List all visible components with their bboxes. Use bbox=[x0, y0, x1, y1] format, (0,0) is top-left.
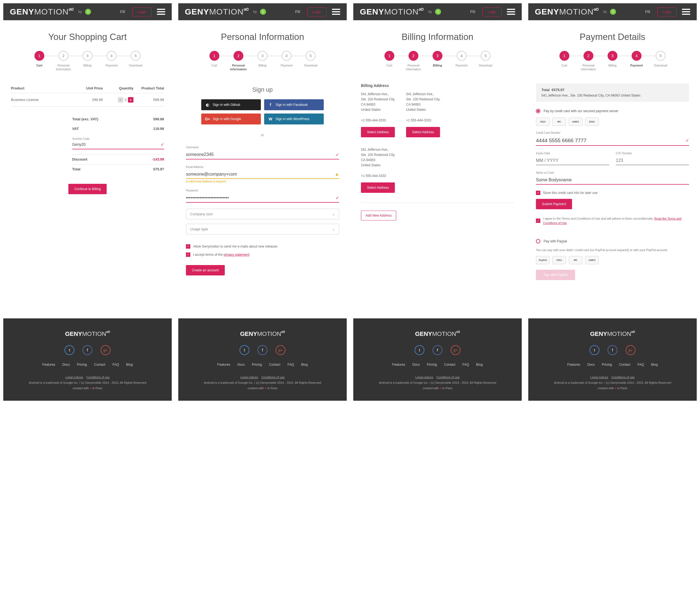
chevron-down-icon: ⌄ bbox=[332, 227, 335, 231]
wordpress-signin-button[interactable]: WSign in with WordPress bbox=[264, 114, 324, 124]
password-input[interactable]: ✓ bbox=[186, 194, 339, 203]
card-number-input[interactable]: ✓ bbox=[536, 136, 689, 146]
menu-icon[interactable] bbox=[157, 9, 165, 15]
discover-icon: DISC bbox=[585, 118, 599, 126]
lang-switch[interactable]: FR bbox=[291, 8, 304, 16]
amex-icon: AMEX bbox=[569, 118, 582, 126]
emails-checkbox[interactable]: ✓Allow Genymotion to send me e-mails abo… bbox=[186, 244, 339, 249]
github-icon: ◐ bbox=[205, 102, 210, 107]
store-card-checkbox[interactable]: ✓Store this credit card info for later u… bbox=[536, 191, 689, 195]
wordpress-icon: W bbox=[268, 117, 273, 121]
footer: GENYMOTIONoO tfg+ FeaturesDocsPricingCon… bbox=[528, 318, 697, 401]
select-address-button[interactable]: Select Address bbox=[361, 182, 395, 193]
order-summary: Total €575.97 541 Jefferson Ave., Ste. 1… bbox=[536, 83, 689, 102]
googleplus-icon[interactable]: g+ bbox=[626, 345, 636, 355]
check-icon: ✓ bbox=[336, 195, 339, 200]
login-button[interactable]: Login bbox=[307, 7, 327, 17]
twitter-icon[interactable]: t bbox=[64, 345, 74, 355]
add-address-button[interactable]: Add New Address bbox=[361, 210, 396, 220]
genymobile-icon: G bbox=[610, 9, 616, 15]
googleplus-icon[interactable]: g+ bbox=[276, 345, 285, 355]
genymobile-icon: G bbox=[85, 9, 91, 15]
pay-paypal-button[interactable]: Pay with PayPal bbox=[536, 270, 575, 280]
cart-item-row: Business License 299.99 − 2 + 599.98 bbox=[11, 93, 164, 107]
qty-minus-button[interactable]: − bbox=[118, 97, 123, 103]
facebook-icon[interactable]: f bbox=[607, 345, 617, 355]
menu-icon[interactable] bbox=[682, 9, 690, 15]
username-input[interactable]: ✓ bbox=[186, 150, 339, 159]
google-signin-button[interactable]: G+Sign in with Google bbox=[201, 114, 261, 124]
address-card: 541 Jefferson Ave.,Ste. 100 Redwood City… bbox=[361, 147, 514, 179]
step-indicator: 1Cart 2Personal Information 3Billing 4Pa… bbox=[528, 51, 697, 71]
create-account-button[interactable]: Create an account bbox=[186, 265, 225, 275]
page-title: Billing Information bbox=[353, 32, 522, 42]
amex-icon: AMEX bbox=[585, 256, 599, 264]
pay-paypal-radio[interactable]: Pay with Paypal bbox=[536, 239, 689, 243]
footer: GENYMOTIONoO tfg+ FeaturesDocsPricingCon… bbox=[178, 318, 347, 401]
menu-icon[interactable] bbox=[507, 9, 515, 15]
expiry-input[interactable] bbox=[536, 156, 609, 165]
logo: GENYMOTIONoO bbox=[185, 7, 248, 17]
lang-switch[interactable]: FR bbox=[116, 8, 129, 16]
step-indicator: 1Cart 2Personal Information 3Billing 4Pa… bbox=[3, 51, 172, 71]
check-icon: ✓ bbox=[685, 138, 689, 143]
google-icon: G+ bbox=[205, 117, 210, 121]
facebook-icon[interactable]: f bbox=[433, 345, 442, 355]
app-header: GENYMOTIONoO by G FR Login bbox=[528, 3, 697, 20]
footer: GENYMOTIONoO tfg+ FeaturesDocsPricingCon… bbox=[353, 318, 522, 401]
visa-icon: VISA bbox=[552, 256, 566, 264]
check-icon: ✓ bbox=[160, 142, 164, 147]
page-title: Payment Details bbox=[528, 32, 697, 42]
paypal-icon: PayPal bbox=[536, 256, 550, 264]
googleplus-icon[interactable]: g+ bbox=[101, 345, 110, 355]
github-signin-button[interactable]: ◐Sign in with Github bbox=[201, 99, 261, 110]
page-title: Your Shopping Cart bbox=[3, 32, 172, 42]
submit-payment-button[interactable]: Submit Payment bbox=[536, 199, 572, 209]
pay-card-radio[interactable]: Pay by credit card with our secured paym… bbox=[536, 109, 689, 113]
genymobile-icon: G bbox=[260, 9, 266, 15]
logo: GENYMOTIONoO bbox=[360, 7, 423, 17]
login-button[interactable]: Login bbox=[132, 7, 152, 17]
cvc-input[interactable] bbox=[616, 156, 689, 165]
visa-icon: VISA bbox=[536, 118, 550, 126]
twitter-icon[interactable]: t bbox=[239, 345, 250, 355]
qty-plus-button[interactable]: + bbox=[128, 97, 133, 103]
page-title: Personal Information bbox=[178, 32, 347, 42]
twitter-icon[interactable]: t bbox=[415, 345, 424, 355]
step-indicator: 1Cart 2Personal Information 3Billing 4Pa… bbox=[178, 51, 347, 71]
facebook-icon[interactable]: f bbox=[258, 345, 267, 355]
facebook-signin-button[interactable]: fSign in with Facebook bbox=[264, 99, 324, 110]
select-address-button[interactable]: Select Address bbox=[406, 127, 440, 137]
usage-type-select[interactable]: Usage type⌄ bbox=[186, 224, 339, 234]
logo: GENYMOTIONoO bbox=[535, 7, 598, 17]
facebook-icon: f bbox=[268, 102, 273, 107]
warning-icon: ▲ bbox=[335, 172, 339, 177]
address-card: 541 Jefferson Ave.,Ste. 100 Redwood City… bbox=[406, 92, 440, 123]
login-button[interactable]: Login bbox=[657, 7, 676, 17]
menu-icon[interactable] bbox=[332, 9, 340, 15]
app-header: GENYMOTIONoO by G FR Login bbox=[178, 3, 347, 20]
terms-checkbox[interactable]: ✓I accept terms of the privacy statement bbox=[186, 252, 339, 257]
select-address-button[interactable]: Select Address bbox=[361, 127, 395, 137]
logo: GENYMOTIONoO bbox=[10, 7, 73, 17]
facebook-icon[interactable]: f bbox=[83, 345, 93, 355]
company-size-select[interactable]: Company size⌄ bbox=[186, 209, 339, 219]
googleplus-icon[interactable]: g+ bbox=[450, 345, 461, 355]
chevron-down-icon: ⌄ bbox=[332, 212, 335, 216]
mastercard-icon: MC bbox=[569, 256, 582, 264]
email-input[interactable]: ▲ bbox=[186, 170, 339, 179]
twitter-icon[interactable]: t bbox=[590, 345, 599, 355]
lang-switch[interactable]: FR bbox=[466, 8, 479, 16]
footer: GENYMOTIONoO t f g+ FeaturesDocsPricingC… bbox=[3, 318, 172, 401]
app-header: GENYMOTIONoO by G FR Login bbox=[353, 3, 522, 20]
continue-button[interactable]: Continue to Billing bbox=[68, 184, 107, 194]
voucher-input[interactable]: ✓ bbox=[72, 140, 164, 149]
app-header: GENYMOTIONoO by G FR Login bbox=[3, 3, 172, 20]
genymobile-icon: G bbox=[435, 9, 441, 15]
address-card: 541 Jefferson Ave.,Ste. 100 Redwood City… bbox=[361, 92, 395, 123]
cardholder-name-input[interactable] bbox=[536, 176, 689, 184]
login-button[interactable]: Login bbox=[482, 7, 501, 17]
agree-terms-checkbox[interactable]: ✓I agree to the Terms and Conditions of … bbox=[536, 216, 689, 225]
mastercard-icon: MC bbox=[552, 118, 566, 126]
lang-switch[interactable]: FR bbox=[642, 8, 654, 16]
